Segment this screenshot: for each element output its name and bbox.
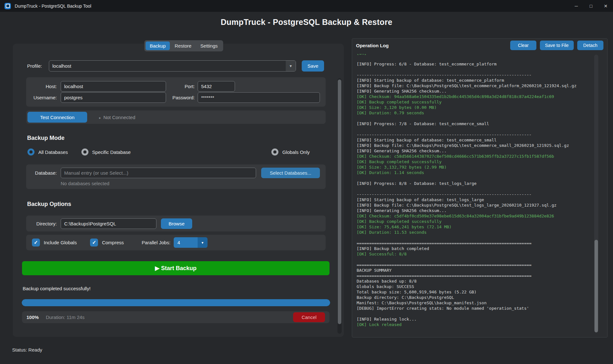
profile-combobox[interactable]: ▾ — [49, 60, 296, 72]
tab-settings[interactable]: Settings — [196, 42, 222, 50]
compress-label: Compress — [102, 240, 124, 245]
host-input[interactable] — [61, 81, 166, 92]
backup-mode-options: All DatabasesSpecific DatabaseGlobals On… — [27, 148, 328, 155]
tab-restore[interactable]: Restore — [170, 42, 196, 50]
maximize-icon[interactable]: □ — [584, 0, 598, 12]
detach-button[interactable]: Detach — [577, 41, 603, 50]
browse-button[interactable]: Browse — [161, 218, 192, 229]
log-line: [INFO] Starting backup of database: test… — [357, 197, 593, 202]
radio-specific-database[interactable]: Specific Database — [81, 148, 131, 155]
close-icon[interactable]: ✕ — [598, 0, 613, 12]
radio-all-databases[interactable]: All Databases — [27, 148, 68, 155]
log-line: [INFO] Generating SHA256 checksum... — [357, 88, 593, 94]
database-selection-status: No databases selected — [61, 181, 320, 186]
log-line: [INFO] Progress: 8/8 - Database: test_lo… — [357, 181, 593, 186]
clear-button[interactable]: Clear — [510, 41, 536, 50]
log-scrollbar-thumb[interactable] — [594, 240, 598, 332]
log-line: [INFO] Backup file: C:\Backups\PostgreSQ… — [357, 83, 593, 88]
log-buttons: ClearSave to FileDetach — [510, 41, 603, 50]
connection-status-text: Not Connected — [103, 115, 135, 120]
log-scrollbar[interactable] — [594, 55, 598, 331]
title-bar: DumpTruck - PostgreSQL Backup Tool ─ □ ✕ — [0, 0, 613, 12]
include-globals-label: Include Globals — [44, 240, 77, 245]
database-label: Database: — [32, 170, 57, 176]
log-line: [INFO] Progress: 6/8 - Database: test_ec… — [357, 61, 593, 67]
radio-circle-icon[interactable] — [27, 148, 34, 155]
duration-text: Duration: 11m 24s — [46, 315, 84, 320]
log-line: [INFO] Backup file: C:\Backups\PostgreSQ… — [357, 202, 593, 208]
log-line: ----------------------------------------… — [357, 72, 593, 78]
save-to-file-button[interactable]: Save to File — [540, 41, 574, 50]
database-input[interactable] — [61, 168, 256, 178]
password-label: Password: — [170, 95, 195, 100]
log-line: Globals backup: SUCCESS — [357, 284, 593, 289]
log-line: [INFO] Generating SHA256 checksum... — [357, 148, 593, 154]
check-icon: ✓ — [34, 239, 38, 246]
form-scrollbar[interactable] — [337, 78, 342, 334]
profile-input[interactable] — [49, 60, 296, 72]
directory-label: Directory: — [32, 221, 57, 226]
status-dot-icon: ● — [99, 116, 101, 120]
compress-checkbox[interactable]: ✓ — [90, 239, 98, 246]
operation-log-panel: Operation Log ClearSave to FileDetach [O… — [352, 38, 608, 337]
username-label: Username: — [32, 95, 57, 100]
log-line — [357, 126, 593, 132]
tab-backup[interactable]: Backup — [146, 42, 170, 50]
log-line — [357, 67, 593, 72]
directory-input[interactable] — [61, 218, 156, 229]
log-line: [OK] Checksum: c58d566144387027c8ef508cd… — [357, 154, 593, 159]
log-line: [OK] Checksum: 94aa568a6e1504335ed1b2bd6… — [357, 94, 593, 99]
log-line: Total backup size: 5,600,919,946 bytes (… — [357, 289, 593, 295]
chevron-down-icon[interactable]: ▾ — [286, 61, 296, 71]
log-line — [357, 186, 593, 192]
log-line: ========================================… — [357, 262, 593, 268]
connection-status: ●Not Connected — [99, 115, 135, 120]
log-line: [OK] Size: 3,120 bytes (0.00 MB) — [357, 105, 593, 110]
log-line: ========================================… — [357, 273, 593, 278]
page-title: DumpTruck - PostgreSQL Backup & Restore — [0, 18, 613, 27]
log-line: [INFO] Releasing lock... — [357, 316, 593, 322]
log-line: [OK] Duration: 11.53 seconds — [357, 230, 593, 235]
log-line: [OK] Successful: 8/8 — [357, 251, 593, 257]
form-scrollbar-thumb[interactable] — [338, 80, 341, 324]
log-lines: [OK] [INFO] Progress: 6/8 - Database: te… — [357, 54, 593, 329]
radio-label: Specific Database — [92, 149, 131, 155]
start-backup-button[interactable]: ▶ Start Backup — [22, 261, 329, 275]
test-connection-button[interactable]: Test Connection — [27, 112, 87, 123]
test-connection-row: Test Connection ●Not Connected — [26, 110, 326, 124]
username-input[interactable] — [61, 92, 166, 103]
log-title: Operation Log — [356, 43, 389, 48]
progress-bar — [22, 299, 330, 306]
log-line: BACKUP SUMMARY — [357, 268, 593, 273]
log-line: [OK] Lock released — [357, 322, 593, 327]
parallel-jobs-value: 4 — [174, 237, 198, 248]
parallel-jobs-select[interactable]: 4 ▾ — [174, 237, 208, 248]
minimize-icon[interactable]: ─ — [569, 0, 584, 12]
log-line: Manifest: C:\Backups\PostgreSQL\backup_m… — [357, 300, 593, 306]
radio-globals-only[interactable]: Globals Only — [271, 148, 310, 155]
app-icon — [4, 3, 11, 9]
radio-circle-icon[interactable] — [81, 148, 88, 155]
radio-circle-icon[interactable] — [271, 148, 278, 155]
log-line: Databases backed up: 8/8 — [357, 278, 593, 284]
save-profile-button[interactable]: Save — [302, 60, 324, 72]
password-input[interactable] — [198, 92, 320, 103]
log-line: [INFO] Starting backup of database: test… — [357, 137, 593, 143]
log-line — [357, 56, 593, 61]
include-globals-checkbox[interactable]: ✓ — [32, 239, 40, 246]
chevron-down-icon[interactable]: ▾ — [198, 237, 208, 248]
log-line: [OK] Size: 75,646,241 bytes (72.14 MB) — [357, 224, 593, 230]
port-input[interactable] — [198, 81, 235, 92]
log-line: [OK] Size: 3,132,792 bytes (2.99 MB) — [357, 164, 593, 170]
window-controls: ─ □ ✕ — [569, 0, 613, 12]
log-line: [INFO] Backup file: C:\Backups\PostgreSQ… — [357, 143, 593, 148]
log-line — [357, 116, 593, 121]
cancel-button[interactable]: Cancel — [293, 312, 325, 322]
check-icon: ✓ — [92, 239, 96, 246]
log-line: [INFO] Starting backup of database: test… — [357, 78, 593, 83]
log-line: [OK] Backup completed successfully — [357, 219, 593, 224]
select-databases-button[interactable]: Select Databases... — [261, 168, 320, 178]
log-line: [OK] Backup completed successfully — [357, 159, 593, 164]
port-label: Port: — [170, 84, 195, 89]
options-row: ✓ Include Globals ✓ Compress Parallel Jo… — [26, 235, 326, 250]
